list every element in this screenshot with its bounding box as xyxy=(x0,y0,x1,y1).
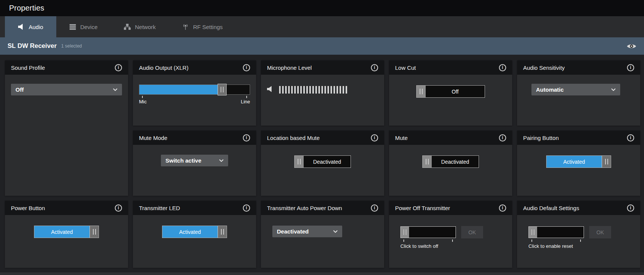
chevron-down-icon xyxy=(219,159,224,162)
audio-sensitivity-dropdown[interactable]: Automatic xyxy=(531,84,620,95)
card-body: OK Click to switch off xyxy=(389,215,512,268)
card-header: Microphone Level xyxy=(261,60,384,75)
info-icon[interactable] xyxy=(243,134,250,141)
device-type-name: SL DW Receiver xyxy=(8,42,57,50)
mic-level-bars xyxy=(279,86,347,94)
power-off-slider[interactable] xyxy=(400,226,456,238)
card-title: Low Cut xyxy=(395,65,416,71)
card-title: Power Off Transmitter xyxy=(395,205,450,211)
slider-range-labels: Mic Line xyxy=(139,99,250,104)
toggle-handle[interactable] xyxy=(423,156,432,167)
power-off-ok-button[interactable]: OK xyxy=(461,226,483,238)
card-header: Location based Mute xyxy=(261,131,384,145)
mic-level-bar xyxy=(346,86,347,94)
mute-mode-dropdown[interactable]: Switch active xyxy=(161,155,228,166)
toggle-handle[interactable] xyxy=(90,226,99,238)
max-label: Line xyxy=(241,99,250,104)
tab-label: Network xyxy=(135,24,156,30)
audio-defaults-ok-button[interactable]: OK xyxy=(589,226,611,238)
card-microphone-level: Microphone Level xyxy=(261,60,384,126)
info-icon[interactable] xyxy=(499,64,506,71)
mic-level-bar xyxy=(318,86,320,94)
card-body: Deactivated xyxy=(261,215,384,268)
toggle-label: Activated xyxy=(547,156,602,167)
card-title: Microphone Level xyxy=(267,65,312,71)
tab-audio[interactable]: Audio xyxy=(5,16,56,37)
speaker-icon xyxy=(18,24,25,30)
slider-ticks xyxy=(528,238,584,242)
card-header: Power Button xyxy=(5,201,128,215)
low-cut-toggle[interactable]: Off xyxy=(416,85,485,98)
toggle-label: Activated xyxy=(34,226,90,238)
slider-handle[interactable] xyxy=(529,227,537,238)
toggle-handle[interactable] xyxy=(417,86,426,97)
properties-title-bar: Properties xyxy=(0,0,644,16)
mute-toggle[interactable]: Deactivated xyxy=(422,155,479,168)
visibility-eye-icon[interactable] xyxy=(627,43,636,49)
toggle-label: Activated xyxy=(162,226,218,238)
card-body: Automatic xyxy=(517,75,640,126)
tick-mark xyxy=(580,240,581,242)
audio-defaults-control-row: OK xyxy=(528,226,634,238)
card-body: Activated xyxy=(133,215,256,268)
card-title: Audio Output (XLR) xyxy=(139,65,188,71)
tab-rf-settings[interactable]: RF Settings xyxy=(169,16,236,37)
bottom-scroll-strip[interactable] xyxy=(0,272,644,275)
info-icon[interactable] xyxy=(115,64,122,71)
transmitter-led-toggle[interactable]: Activated xyxy=(162,226,227,238)
info-icon[interactable] xyxy=(371,64,378,71)
info-icon[interactable] xyxy=(115,204,122,212)
mic-level-bar xyxy=(334,86,335,94)
toggle-handle[interactable] xyxy=(218,226,227,238)
info-icon[interactable] xyxy=(243,64,250,71)
card-header: Audio Sensitivity xyxy=(517,60,640,75)
mic-level-bar xyxy=(306,86,308,94)
info-icon[interactable] xyxy=(243,204,250,212)
card-title: Location based Mute xyxy=(267,135,320,141)
info-icon[interactable] xyxy=(499,134,506,141)
properties-grid: Sound Profile Off Audio Output (XLR) xyxy=(0,55,644,268)
card-mute-mode: Mute Mode Switch active xyxy=(133,131,256,196)
mic-level-bar xyxy=(282,86,284,94)
power-off-control-row: OK xyxy=(400,226,506,238)
card-header: Audio Output (XLR) xyxy=(133,60,256,75)
xlr-output-slider[interactable] xyxy=(139,84,250,95)
tick-mark xyxy=(531,240,532,242)
info-icon[interactable] xyxy=(627,134,634,141)
auto-power-down-dropdown[interactable]: Deactivated xyxy=(272,226,342,237)
location-based-mute-toggle[interactable]: Deactivated xyxy=(294,155,351,168)
info-icon[interactable] xyxy=(371,204,378,212)
info-icon[interactable] xyxy=(499,204,506,212)
slider-handle[interactable] xyxy=(401,227,409,238)
info-icon[interactable] xyxy=(627,204,634,212)
xlr-slider-fill xyxy=(139,85,222,94)
slider-ticks xyxy=(400,238,456,242)
toggle-handle[interactable] xyxy=(602,156,611,167)
dropdown-value: Switch active xyxy=(165,157,201,164)
card-header: Mute Mode xyxy=(133,131,256,145)
card-power-off-transmitter: Power Off Transmitter OK Click to switch… xyxy=(389,201,512,268)
info-icon[interactable] xyxy=(627,64,634,71)
card-audio-sensitivity: Audio Sensitivity Automatic xyxy=(517,60,640,126)
chevron-down-icon xyxy=(611,88,616,91)
sound-profile-dropdown[interactable]: Off xyxy=(11,84,122,95)
tab-network[interactable]: Network xyxy=(111,16,169,37)
toggle-label: Deactivated xyxy=(304,156,351,167)
card-body: Off xyxy=(389,75,512,126)
mic-level-bar xyxy=(303,86,305,94)
pairing-button-toggle[interactable]: Activated xyxy=(546,155,611,168)
card-header: Pairing Button xyxy=(517,131,640,145)
card-header: Power Off Transmitter xyxy=(389,201,512,215)
xlr-slider-handle[interactable] xyxy=(218,84,227,95)
toggle-handle[interactable] xyxy=(295,156,304,167)
mic-level-bar xyxy=(294,86,296,94)
mic-level-bar xyxy=(285,86,287,94)
audio-defaults-slider[interactable] xyxy=(528,226,584,238)
selection-count: 1 selected xyxy=(61,43,82,49)
power-button-toggle[interactable]: Activated xyxy=(34,226,99,238)
info-icon[interactable] xyxy=(371,134,378,141)
mic-level-bar xyxy=(340,86,341,94)
tab-device[interactable]: Device xyxy=(56,16,111,37)
card-header: Transmitter LED xyxy=(133,201,256,215)
dropdown-value: Off xyxy=(15,86,24,93)
